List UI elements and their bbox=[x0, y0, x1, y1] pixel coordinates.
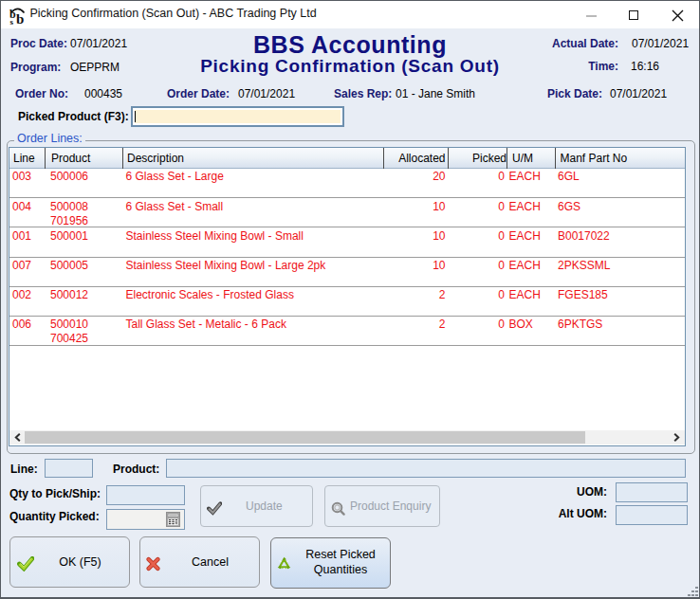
svg-text:s: s bbox=[10, 17, 14, 27]
svg-text:b: b bbox=[16, 11, 24, 26]
